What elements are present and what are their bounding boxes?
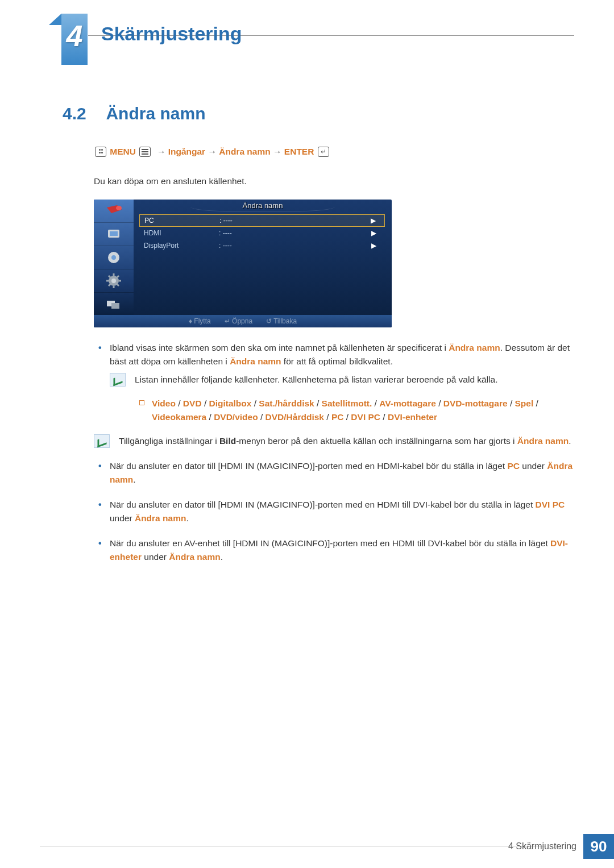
osd-sidebar	[94, 200, 134, 316]
list-item: Ibland visas inte skärmen som den ska om…	[94, 341, 574, 448]
list-item: När du ansluter en dator till [HDMI IN (…	[94, 498, 574, 525]
section-number: 4.2	[63, 104, 103, 123]
note-icon	[94, 434, 110, 448]
footer-label: 4 Skärmjustering	[508, 841, 583, 852]
note-block: Tillgängliga inställningar i Bild-menyn …	[94, 434, 574, 448]
menu-label: MENU	[110, 147, 136, 156]
osd-row-dp[interactable]: DisplayPort : ---- ▶	[139, 239, 385, 252]
osd-title: Ändra namn	[134, 200, 392, 212]
osd-footer: ♦ Flytta ↵ Öppna ↺ Tillbaka	[94, 315, 392, 327]
osd-side-multi-icon	[94, 293, 134, 316]
osd-screenshot: Ändra namn PC : ---- ▶	[94, 200, 392, 327]
chevron-right-icon: ▶	[371, 228, 385, 239]
chevron-right-icon: ▶	[371, 240, 385, 251]
section-heading: 4.2 Ändra namn	[63, 104, 205, 123]
intro-text: Du kan döpa om en ansluten källenhet.	[94, 175, 574, 188]
svg-point-0	[116, 206, 122, 210]
note-text: Tillgängliga inställningar i Bild-menyn …	[119, 434, 574, 448]
svg-rect-2	[110, 231, 118, 236]
list-item: När du ansluter en dator till [HDMI IN (…	[94, 459, 574, 487]
osd-side-input-icon	[94, 200, 134, 223]
osd-row-pc[interactable]: PC : ---- ▶	[139, 214, 385, 227]
svg-rect-8	[111, 303, 119, 309]
enter-icon	[318, 147, 329, 157]
bullet-list: Ibland visas inte skärmen som den ska om…	[94, 341, 574, 564]
svg-point-6	[111, 279, 116, 283]
page-number: 90	[583, 834, 614, 859]
path-step-1: Ingångar	[168, 147, 205, 156]
section-title: Ändra namn	[106, 104, 205, 123]
enter-label: ENTER	[284, 147, 314, 156]
remote-icon	[95, 147, 106, 157]
path-step-2: Ändra namn	[219, 147, 270, 156]
menu-path: MENU → Ingångar → Ändra namn → ENTER	[94, 145, 574, 159]
chapter-number: 4	[61, 14, 88, 65]
osd-side-picture-icon	[94, 223, 134, 246]
list-item: När du ansluter en AV-enhet till [HDMI I…	[94, 537, 574, 564]
menu-icon	[139, 147, 151, 157]
note-block: Listan innehåller följande källenheter. …	[110, 373, 574, 424]
osd-side-sound-icon	[94, 246, 134, 269]
content-body: MENU → Ingångar → Ändra namn → ENTER Du …	[94, 145, 574, 575]
osd-side-setup-icon	[94, 269, 134, 293]
chevron-right-icon: ▶	[371, 215, 384, 226]
note-text: Listan innehåller följande källenheter. …	[135, 373, 574, 387]
osd-row-hdmi[interactable]: HDMI : ---- ▶	[139, 227, 385, 239]
chapter-badge: 4	[49, 14, 88, 65]
osd-foot-back: ↺ Tillbaka	[266, 316, 297, 327]
source-list: Video / DVD / Digitalbox / Sat./hårddisk…	[135, 397, 574, 424]
osd-foot-move: ♦ Flytta	[189, 316, 211, 327]
page-footer: 4 Skärmjustering 90	[508, 834, 614, 859]
footer-rule	[40, 846, 546, 846]
osd-list: PC : ---- ▶ HDMI : ---- ▶ DisplayPort : …	[139, 214, 385, 252]
note-icon	[110, 373, 126, 387]
osd-foot-open: ↵ Öppna	[225, 316, 252, 327]
chapter-title: Skärmjustering	[101, 23, 242, 45]
svg-point-4	[111, 255, 116, 260]
